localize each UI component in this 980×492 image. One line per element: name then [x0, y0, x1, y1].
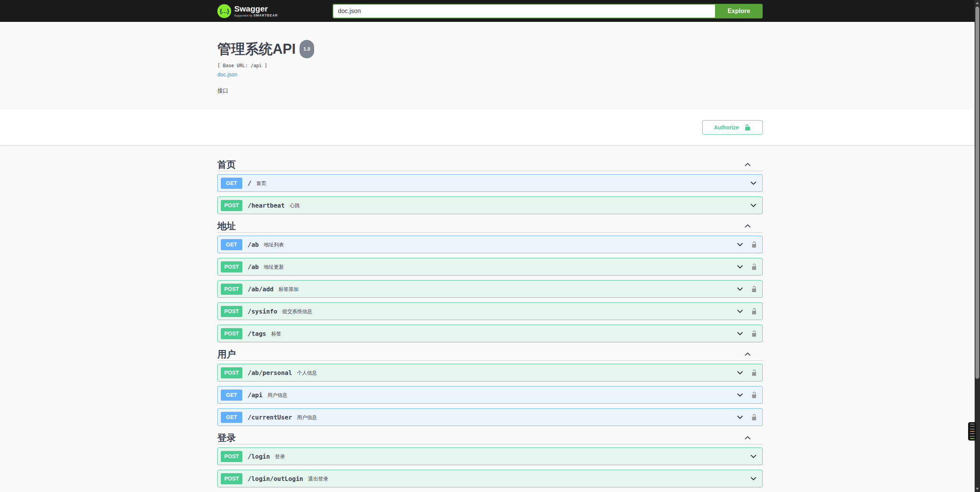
tag-section-header[interactable]: 用户	[217, 348, 763, 361]
operation-row[interactable]: POST /ab/personal 个人信息	[217, 364, 763, 381]
operation-auth-button[interactable]	[751, 330, 758, 337]
collapse-section-button[interactable]	[743, 160, 752, 169]
operation-row[interactable]: POST /tags 标签	[217, 325, 763, 342]
tag-section-header[interactable]: 登录	[217, 431, 763, 444]
method-badge: GET	[221, 390, 242, 401]
tag-title: 用户	[217, 349, 236, 359]
brand-subtitle: Supported by SMARTBEAR	[234, 13, 278, 17]
operation-path: /currentUser	[248, 414, 292, 421]
unlock-icon	[751, 391, 758, 399]
operation-summary: 用户信息	[297, 414, 317, 421]
operation-auth-button[interactable]	[751, 414, 758, 421]
method-badge: GET	[221, 178, 242, 189]
doc-json-link[interactable]: doc.json	[217, 71, 237, 78]
chevron-down-icon	[736, 263, 744, 271]
operation-row[interactable]: GET /api 用户信息	[217, 386, 763, 404]
unlock-icon	[751, 308, 758, 315]
expand-operation-button[interactable]	[736, 240, 744, 249]
expand-operation-button[interactable]	[736, 307, 744, 315]
operation-summary: 用户信息	[268, 392, 288, 399]
expand-operation-button[interactable]	[749, 179, 758, 187]
scroll-marker-line	[970, 429, 975, 429]
expand-operation-button[interactable]	[736, 413, 744, 421]
tag-title: 地址	[217, 221, 236, 231]
unlock-icon	[751, 263, 758, 271]
expand-operation-button[interactable]	[736, 329, 744, 338]
scrollbar-down-button[interactable]	[975, 486, 980, 492]
operation-row[interactable]: POST /login 登录	[217, 447, 763, 465]
operation-summary: 提交系统信息	[282, 308, 312, 315]
chevron-down-icon	[749, 474, 758, 483]
base-url: [ Base URL: /api ]	[217, 63, 763, 68]
tag-section-header[interactable]: 首页	[217, 158, 763, 171]
operation-summary: 标签	[271, 330, 281, 337]
tag-section: 登录 POST /login 登录	[217, 431, 763, 487]
scrollbar-up-button[interactable]	[975, 0, 980, 6]
method-badge: POST	[221, 328, 242, 339]
operation-path: /heartbeat	[248, 202, 285, 209]
operation-summary: 登录	[275, 453, 285, 460]
authorize-button[interactable]: Authorize	[702, 120, 763, 135]
tag-section: 地址 GET /ab 地址列表	[217, 220, 763, 342]
operation-row[interactable]: GET /ab 地址列表	[217, 236, 763, 253]
operation-row[interactable]: POST /sysinfo 提交系统信息	[217, 302, 763, 320]
expand-operation-button[interactable]	[736, 391, 744, 399]
operation-summary: 标签添加	[278, 286, 298, 293]
operation-row[interactable]: POST /ab/add 标签添加	[217, 280, 763, 298]
method-badge: POST	[221, 284, 242, 295]
explore-button[interactable]: Explore	[715, 4, 763, 18]
method-badge: POST	[221, 306, 242, 317]
api-title-text: 管理系统API	[217, 41, 296, 57]
tag-section-header[interactable]: 地址	[217, 220, 763, 233]
expand-operation-button[interactable]	[749, 201, 758, 210]
swagger-logo-icon: {…}	[217, 4, 231, 18]
method-badge: POST	[221, 261, 242, 272]
tag-operations: POST /ab/personal 个人信息 GET /api	[217, 361, 763, 426]
spec-url-form: Explore	[333, 4, 763, 18]
method-badge: POST	[221, 451, 242, 462]
operation-row[interactable]: POST /ab 地址更新	[217, 258, 763, 276]
tag-section: 用户 POST /ab/personal 个人信息	[217, 348, 763, 426]
chevron-down-icon	[749, 179, 758, 187]
operation-row[interactable]: POST /login/outLogin 退出登录	[217, 470, 763, 487]
expand-operation-button[interactable]	[749, 474, 758, 483]
scrollbar-thumb[interactable]	[975, 7, 979, 379]
collapse-section-button[interactable]	[743, 350, 752, 358]
operation-path: /ab/personal	[248, 369, 292, 376]
operation-row[interactable]: GET / 首页	[217, 174, 763, 192]
tag-title: 首页	[217, 160, 236, 170]
collapse-section-button[interactable]	[743, 222, 752, 230]
scroll-marker-line	[970, 426, 975, 427]
expand-operation-button[interactable]	[749, 452, 758, 461]
operation-path: /tags	[248, 330, 266, 337]
scroll-marker-widget[interactable]	[968, 422, 976, 441]
swagger-logo[interactable]: {…} Swagger Supported by SMARTBEAR	[217, 4, 278, 18]
expand-operation-button[interactable]	[736, 285, 744, 293]
operation-auth-button[interactable]	[751, 369, 758, 376]
chevron-up-icon	[743, 160, 752, 169]
operation-path: /ab	[248, 263, 259, 271]
operation-path: /api	[248, 391, 263, 399]
tag-operations: GET /ab 地址列表 POST /ab 地址更新	[217, 233, 763, 342]
operation-auth-button[interactable]	[751, 286, 758, 293]
operation-summary: 个人信息	[297, 370, 317, 376]
expand-operation-button[interactable]	[736, 368, 744, 377]
info-section: 管理系统API1.0 [ Base URL: /api ] doc.json 接…	[0, 22, 980, 109]
method-badge: GET	[221, 412, 242, 423]
method-badge: POST	[221, 473, 242, 484]
expand-operation-button[interactable]	[736, 263, 744, 271]
collapse-section-button[interactable]	[743, 434, 752, 442]
brand-name: Swagger	[234, 5, 278, 13]
operation-auth-button[interactable]	[751, 391, 758, 399]
operation-auth-button[interactable]	[751, 308, 758, 315]
operation-auth-button[interactable]	[751, 263, 758, 271]
scrollbar[interactable]	[975, 0, 980, 492]
spec-url-input[interactable]	[333, 4, 715, 18]
topbar: {…} Swagger Supported by SMARTBEAR Explo…	[0, 0, 980, 22]
operation-row[interactable]: POST /heartbeat 心跳	[217, 196, 763, 214]
operation-path: /login	[248, 453, 270, 460]
operation-row[interactable]: GET /currentUser 用户信息	[217, 408, 763, 426]
operation-path: /sysinfo	[248, 308, 277, 315]
version-badge: 1.0	[300, 40, 314, 58]
operation-auth-button[interactable]	[751, 241, 758, 248]
